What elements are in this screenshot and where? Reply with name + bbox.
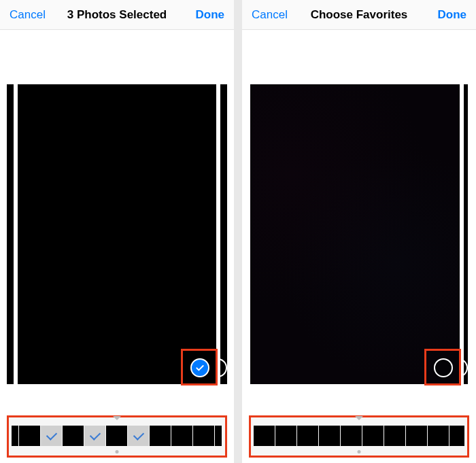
filmstrip-container bbox=[249, 415, 469, 458]
filmstrip-thumb[interactable] bbox=[171, 426, 192, 446]
selection-toggle[interactable] bbox=[190, 358, 209, 377]
navbar: Cancel Choose Favorites Done bbox=[242, 0, 476, 30]
current-indicator-icon bbox=[113, 416, 121, 420]
filmstrip-thumb[interactable] bbox=[84, 426, 105, 446]
filmstrip[interactable] bbox=[254, 426, 464, 446]
current-photo[interactable] bbox=[18, 84, 216, 384]
checkmark-icon bbox=[194, 362, 205, 373]
filmstrip-thumb[interactable] bbox=[362, 426, 384, 446]
filmstrip-thumb[interactable] bbox=[150, 426, 171, 446]
filmstrip-thumb[interactable] bbox=[215, 426, 222, 446]
filmstrip-thumb[interactable] bbox=[193, 426, 214, 446]
filmstrip-thumb[interactable] bbox=[297, 426, 318, 446]
filmstrip-thumb[interactable] bbox=[41, 426, 62, 446]
next-photo-peek[interactable] bbox=[220, 84, 227, 384]
prev-photo-peek[interactable] bbox=[7, 84, 14, 384]
screen-left: Cancel 3 Photos Selected Done bbox=[0, 0, 234, 463]
selection-toggle[interactable] bbox=[434, 358, 453, 377]
screen-right: Cancel Choose Favorites Done bbox=[242, 0, 476, 463]
page-dot-icon bbox=[116, 450, 119, 453]
page-dot-icon bbox=[358, 450, 361, 453]
next-photo-selection-badge bbox=[464, 358, 468, 377]
current-indicator-icon bbox=[355, 416, 363, 420]
photo-viewer[interactable] bbox=[242, 30, 476, 405]
filmstrip-thumb[interactable] bbox=[12, 426, 18, 446]
photo-viewer[interactable] bbox=[0, 30, 234, 405]
filmstrip-thumb[interactable] bbox=[341, 426, 362, 446]
filmstrip-thumb[interactable] bbox=[428, 426, 449, 446]
cancel-button[interactable]: Cancel bbox=[252, 8, 288, 22]
next-photo-selection-badge bbox=[220, 358, 227, 377]
filmstrip-thumb[interactable] bbox=[106, 426, 127, 446]
navbar-title: Choose Favorites bbox=[311, 8, 408, 22]
filmstrip-thumb[interactable] bbox=[19, 426, 40, 446]
done-button[interactable]: Done bbox=[438, 8, 467, 22]
filmstrip-thumb[interactable] bbox=[128, 426, 149, 446]
done-button[interactable]: Done bbox=[196, 8, 225, 22]
navbar: Cancel 3 Photos Selected Done bbox=[0, 0, 234, 30]
filmstrip[interactable] bbox=[12, 426, 222, 446]
filmstrip-thumb[interactable] bbox=[406, 426, 427, 446]
filmstrip-region bbox=[0, 405, 234, 463]
filmstrip-thumb[interactable] bbox=[63, 426, 84, 446]
filmstrip-thumb[interactable] bbox=[319, 426, 340, 446]
filmstrip-thumb[interactable] bbox=[275, 426, 296, 446]
next-photo-peek[interactable] bbox=[464, 84, 468, 384]
current-photo[interactable] bbox=[250, 84, 460, 384]
filmstrip-thumb[interactable] bbox=[254, 426, 275, 446]
cancel-button[interactable]: Cancel bbox=[10, 8, 46, 22]
navbar-title: 3 Photos Selected bbox=[67, 8, 167, 22]
filmstrip-thumb[interactable] bbox=[449, 426, 464, 446]
filmstrip-container bbox=[7, 415, 227, 458]
filmstrip-region bbox=[242, 405, 476, 463]
filmstrip-thumb[interactable] bbox=[384, 426, 405, 446]
